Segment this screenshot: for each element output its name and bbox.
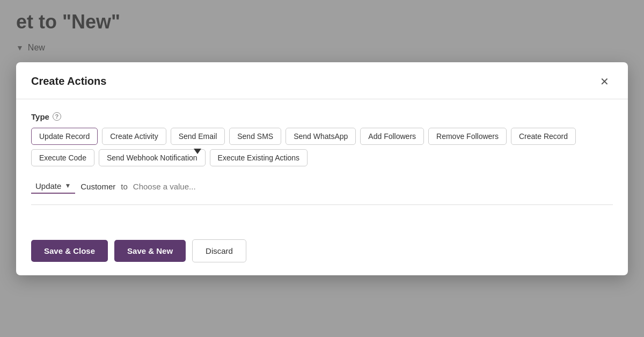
modal-body: Type ? Update Record Create Activity Sen… [16, 99, 628, 231]
type-btn-send-webhook[interactable]: Send Webhook Notification [99, 149, 206, 166]
type-btn-create-activity[interactable]: Create Activity [102, 128, 166, 145]
create-actions-modal: Create Actions ✕ Type ? Update Record Cr… [16, 62, 628, 275]
type-btn-create-record[interactable]: Create Record [511, 128, 576, 145]
type-btn-update-record[interactable]: Update Record [31, 128, 98, 145]
type-buttons-row2: Execute Code Send Webhook Notification E… [31, 149, 613, 166]
type-text: Type [31, 112, 49, 121]
modal-title: Create Actions [31, 75, 106, 87]
update-select[interactable]: Update ▼ [31, 179, 75, 194]
modal-footer: Save & Close Save & New Discard [16, 231, 628, 275]
update-row: Update ▼ Customer to [31, 179, 613, 205]
type-btn-add-followers[interactable]: Add Followers [360, 128, 424, 145]
update-to-label: to [121, 182, 128, 191]
discard-button[interactable]: Discard [192, 239, 246, 262]
type-btn-send-email[interactable]: Send Email [171, 128, 225, 145]
type-section-label: Type ? [31, 112, 613, 121]
modal-close-button[interactable]: ✕ [596, 73, 613, 90]
save-new-button[interactable]: Save & New [114, 240, 186, 262]
type-btn-execute-existing[interactable]: Execute Existing Actions [210, 149, 308, 166]
type-btn-send-whatsapp[interactable]: Send WhatsApp [286, 128, 356, 145]
type-buttons-row1: Update Record Create Activity Send Email… [31, 128, 613, 145]
modal-header: Create Actions ✕ [16, 62, 628, 99]
save-close-button[interactable]: Save & Close [31, 240, 108, 262]
modal-overlay: Create Actions ✕ Type ? Update Record Cr… [0, 0, 644, 337]
update-value-input[interactable] [133, 182, 613, 191]
type-btn-execute-code[interactable]: Execute Code [31, 149, 94, 166]
type-btn-send-sms[interactable]: Send SMS [229, 128, 281, 145]
update-select-label: Update [35, 181, 61, 191]
type-btn-remove-followers[interactable]: Remove Followers [428, 128, 507, 145]
update-select-arrow-icon: ▼ [64, 182, 71, 189]
update-field-label: Customer [80, 182, 115, 191]
help-icon[interactable]: ? [53, 112, 61, 121]
